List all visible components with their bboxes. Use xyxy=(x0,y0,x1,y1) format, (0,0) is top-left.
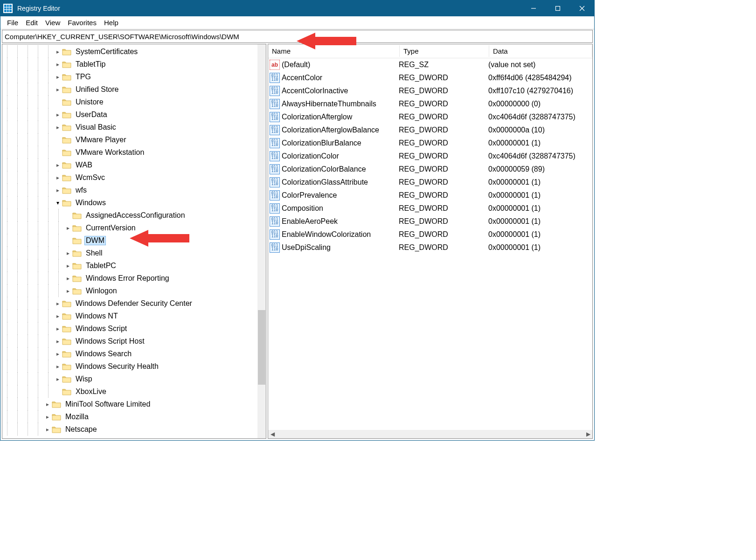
chevron-right-icon[interactable]: ▸ xyxy=(43,426,52,433)
chevron-right-icon[interactable]: ▸ xyxy=(54,338,62,345)
app-icon xyxy=(3,4,13,13)
chevron-right-icon[interactable]: ▸ xyxy=(54,86,62,93)
folder-icon xyxy=(62,312,71,320)
tree-item[interactable]: XboxLive xyxy=(2,385,266,398)
value-row[interactable]: 011110EnableWindowColorizationREG_DWORD0… xyxy=(268,228,592,241)
chevron-right-icon[interactable]: ▸ xyxy=(54,313,62,319)
chevron-right-icon[interactable]: ▸ xyxy=(54,174,62,181)
value-row[interactable]: 011110AccentColorInactiveREG_DWORD0xff10… xyxy=(268,84,592,97)
value-row[interactable]: 011110CompositionREG_DWORD0x00000001 (1) xyxy=(268,202,592,215)
value-row[interactable]: 011110ColorizationColorBalanceREG_DWORD0… xyxy=(268,163,592,176)
chevron-right-icon[interactable]: ▸ xyxy=(43,401,52,408)
chevron-right-icon[interactable]: ▸ xyxy=(43,414,52,420)
chevron-right-icon[interactable]: ▸ xyxy=(54,187,62,194)
svg-rect-1 xyxy=(556,7,560,11)
tree-item[interactable]: DWM xyxy=(2,234,266,247)
scrollbar-thumb[interactable] xyxy=(258,310,265,385)
value-row[interactable]: 011110ColorizationBlurBalanceREG_DWORD0x… xyxy=(268,137,592,150)
tree-body[interactable]: ▸SystemCertificates▸TabletTip▸TPG▸Unifie… xyxy=(2,44,266,436)
chevron-right-icon[interactable]: ▸ xyxy=(64,263,72,269)
tree-item[interactable]: ▸UserData xyxy=(2,108,266,121)
value-row[interactable]: 011110ColorizationAfterglowBalanceREG_DW… xyxy=(268,124,592,137)
value-row[interactable]: 011110ColorizationColorREG_DWORD0xc4064d… xyxy=(268,150,592,163)
tree-item[interactable]: ▸Shell xyxy=(2,247,266,259)
tree-item[interactable]: ▸TabletTip xyxy=(2,58,266,70)
chevron-right-icon[interactable]: ▸ xyxy=(64,275,72,282)
tree-item[interactable]: ▸Mozilla xyxy=(2,410,266,423)
chevron-right-icon[interactable]: ▸ xyxy=(54,61,62,68)
tree-item-label: CurrentVersion xyxy=(84,223,137,233)
value-type: REG_DWORD xyxy=(399,152,488,160)
tree-item[interactable]: ▸Windows Search xyxy=(2,347,266,360)
tree-item[interactable]: ▸Windows Script xyxy=(2,322,266,335)
scroll-right-icon[interactable]: ▶ xyxy=(584,431,592,437)
tree-item[interactable]: ▸Windows Script Host xyxy=(2,335,266,347)
tree-item[interactable]: ▸CurrentVersion xyxy=(2,221,266,234)
menu-edit[interactable]: Edit xyxy=(22,18,42,28)
tree-item[interactable]: ▸wfs xyxy=(2,184,266,196)
tree-item[interactable]: ▸WAB xyxy=(2,159,266,171)
tree-item[interactable]: ▸MiniTool Software Limited xyxy=(2,398,266,410)
column-name[interactable]: Name xyxy=(268,45,400,57)
tree-item[interactable]: ▸Wisp xyxy=(2,373,266,385)
menu-view[interactable]: View xyxy=(42,18,64,28)
chevron-right-icon[interactable]: ▸ xyxy=(54,351,62,357)
column-data[interactable]: Data xyxy=(489,45,592,57)
chevron-right-icon[interactable]: ▸ xyxy=(54,111,62,118)
tree-item[interactable]: Unistore xyxy=(2,96,266,108)
tree-item[interactable]: AssignedAccessConfiguration xyxy=(2,209,266,221)
tree-item[interactable]: ▸Windows Security Health xyxy=(2,360,266,373)
tree-item[interactable]: ▸Windows Defender Security Center xyxy=(2,297,266,310)
value-type: REG_DWORD xyxy=(399,113,488,121)
chevron-right-icon[interactable]: ▸ xyxy=(64,288,72,294)
value-row[interactable]: 011110ColorizationGlassAttributeREG_DWOR… xyxy=(268,176,592,189)
list-body[interactable]: ab(Default)REG_SZ(value not set)011110Ac… xyxy=(268,58,592,430)
tree-item[interactable]: ▸Visual Basic xyxy=(2,121,266,133)
tree-item[interactable]: ▸TPG xyxy=(2,70,266,83)
tree-item[interactable]: ▾Windows xyxy=(2,196,266,209)
chevron-right-icon[interactable]: ▸ xyxy=(54,300,62,307)
tree-item[interactable]: ▸SystemCertificates xyxy=(2,45,266,58)
chevron-right-icon[interactable]: ▸ xyxy=(54,162,62,168)
tree-scrollbar[interactable] xyxy=(257,44,266,438)
menu-file[interactable]: File xyxy=(3,18,22,28)
menu-help[interactable]: Help xyxy=(100,18,122,28)
tree-item[interactable]: VMware Player xyxy=(2,133,266,146)
value-row[interactable]: 011110ColorPrevalenceREG_DWORD0x00000001… xyxy=(268,189,592,202)
chevron-right-icon[interactable]: ▸ xyxy=(54,363,62,370)
chevron-down-icon[interactable]: ▾ xyxy=(54,200,62,206)
chevron-right-icon[interactable]: ▸ xyxy=(54,124,62,131)
chevron-right-icon[interactable]: ▸ xyxy=(54,325,62,332)
scroll-left-icon[interactable]: ◀ xyxy=(268,431,277,437)
tree-item[interactable]: ▸Windows Error Reporting xyxy=(2,272,266,284)
tree-item[interactable]: ▸WcmSvc xyxy=(2,171,266,184)
tree-item[interactable]: ▸TabletPC xyxy=(2,259,266,272)
value-name: ColorizationGlassAttribute xyxy=(282,178,399,187)
value-row[interactable]: ab(Default)REG_SZ(value not set) xyxy=(268,58,592,71)
value-row[interactable]: 011110AccentColorREG_DWORD0xff6f4d06 (42… xyxy=(268,71,592,84)
value-row[interactable]: 011110ColorizationAfterglowREG_DWORD0xc4… xyxy=(268,111,592,124)
tree-item-label: WAB xyxy=(74,160,94,170)
tree-item[interactable]: VMware Workstation xyxy=(2,146,266,159)
menu-favorites[interactable]: Favorites xyxy=(64,18,100,28)
maximize-button[interactable] xyxy=(546,0,570,16)
chevron-right-icon[interactable]: ▸ xyxy=(54,376,62,382)
chevron-right-icon[interactable]: ▸ xyxy=(54,48,62,55)
tree-item[interactable]: ▸Windows NT xyxy=(2,310,266,322)
chevron-right-icon[interactable]: ▸ xyxy=(64,250,72,256)
value-row[interactable]: 011110EnableAeroPeekREG_DWORD0x00000001 … xyxy=(268,215,592,228)
close-button[interactable] xyxy=(570,0,594,16)
tree-item[interactable]: ▸Netscape xyxy=(2,423,266,436)
tree-item[interactable]: ▸Winlogon xyxy=(2,284,266,297)
value-data: 0xc4064d6f (3288747375) xyxy=(488,113,592,121)
chevron-right-icon[interactable]: ▸ xyxy=(64,225,72,231)
value-row[interactable]: 011110AlwaysHibernateThumbnailsREG_DWORD… xyxy=(268,97,592,111)
tree-item-label: Windows Script Host xyxy=(74,337,146,346)
value-row[interactable]: 011110UseDpiScalingREG_DWORD0x00000001 (… xyxy=(268,241,592,254)
list-hscrollbar[interactable]: ◀ ▶ xyxy=(268,430,592,438)
tree-item[interactable]: ▸Unified Store xyxy=(2,83,266,96)
minimize-button[interactable] xyxy=(521,0,546,16)
column-type[interactable]: Type xyxy=(400,45,489,57)
chevron-right-icon[interactable]: ▸ xyxy=(54,74,62,80)
address-bar[interactable]: Computer\HKEY_CURRENT_USER\SOFTWARE\Micr… xyxy=(2,30,593,43)
